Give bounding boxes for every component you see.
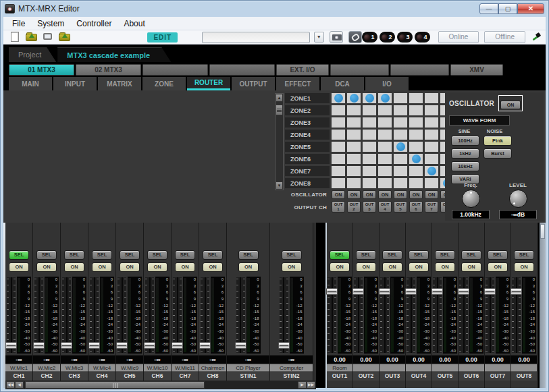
router-cell-7-6[interactable]: [409, 166, 423, 176]
project-tab-mtx3-cascade-example[interactable]: MTX3 cascade example: [57, 47, 171, 62]
output-ch-button-7[interactable]: OUT7: [425, 201, 438, 213]
fader-handle[interactable]: [61, 342, 72, 349]
router-cell-3-4[interactable]: [378, 117, 392, 128]
scroll-right-button[interactable]: ▶: [298, 381, 307, 389]
fader-handle[interactable]: [5, 342, 17, 349]
sine-10khz-button[interactable]: 10kHz: [451, 161, 479, 171]
freq-knob[interactable]: [462, 190, 480, 208]
on-button-ch6[interactable]: ON: [147, 262, 167, 272]
sine-1khz-button[interactable]: 1kHz: [451, 148, 479, 159]
save-file-button[interactable]: [41, 31, 55, 43]
output-ch-button-1[interactable]: OUT1: [332, 201, 345, 213]
device-tab-01-mtx3[interactable]: 01 MTX3: [9, 64, 74, 76]
output-ch-button-6[interactable]: OUT6: [409, 201, 423, 213]
menu-controller[interactable]: Controller: [70, 18, 117, 30]
oscillator-on-button-5[interactable]: ON: [394, 190, 407, 199]
router-cell-8-6[interactable]: [409, 178, 423, 188]
fader-ch4[interactable]: [90, 277, 99, 353]
fader-stin1[interactable]: [236, 277, 245, 353]
router-cell-8-5[interactable]: [394, 178, 407, 188]
sel-button-out5[interactable]: SEL: [435, 250, 455, 260]
output-ch-button-5[interactable]: OUT5: [394, 201, 407, 213]
on-button-stin1[interactable]: ON: [238, 262, 259, 272]
router-scrollbar[interactable]: ▲ ▼: [275, 93, 284, 190]
device-tab-empty-3[interactable]: [142, 64, 208, 76]
on-button-out6[interactable]: ON: [461, 262, 481, 272]
router-cell-1-6[interactable]: [409, 93, 423, 103]
fader-out4[interactable]: [407, 277, 415, 353]
menu-about[interactable]: About: [117, 18, 151, 30]
router-cell-2-3[interactable]: [363, 105, 376, 115]
fader-handle[interactable]: [432, 288, 443, 295]
device-tab-empty-6[interactable]: [330, 64, 389, 76]
close-button[interactable]: ✕: [517, 3, 544, 14]
router-cell-2-1[interactable]: [332, 105, 345, 115]
menu-system[interactable]: System: [31, 18, 70, 30]
fader-vscrollbar[interactable]: [540, 223, 546, 388]
on-button-out3[interactable]: ON: [382, 262, 402, 272]
project-tab-project[interactable]: Project: [9, 47, 56, 62]
fader-handle[interactable]: [235, 342, 246, 349]
router-cell-5-2[interactable]: [347, 142, 361, 152]
level-knob[interactable]: [509, 190, 527, 208]
router-cell-7-1[interactable]: [332, 166, 345, 176]
router-cell-6-4[interactable]: [378, 154, 392, 164]
router-cell-5-1[interactable]: [332, 142, 345, 152]
router-cell-3-2[interactable]: [347, 117, 361, 128]
link-button[interactable]: [348, 31, 362, 43]
sel-button-out4[interactable]: SEL: [409, 250, 429, 260]
on-button-stin2[interactable]: ON: [282, 262, 302, 272]
router-cell-2-7[interactable]: [425, 105, 438, 115]
on-button-ch1[interactable]: ON: [9, 262, 29, 272]
router-cell-2-5[interactable]: [394, 105, 407, 115]
router-cell-7-2[interactable]: [347, 166, 361, 176]
on-button-out1[interactable]: ON: [330, 262, 350, 272]
on-button-ch2[interactable]: ON: [36, 262, 57, 272]
fader-handle[interactable]: [326, 288, 338, 295]
device-tab-empty-7[interactable]: [390, 64, 449, 76]
router-cell-2-4[interactable]: [378, 105, 392, 115]
on-button-ch7[interactable]: ON: [175, 262, 195, 272]
preset-dropdown-button[interactable]: ▼: [314, 32, 324, 43]
sel-button-ch2[interactable]: SEL: [36, 250, 57, 260]
fader-ch1[interactable]: [7, 277, 16, 353]
oscillator-on-button-2[interactable]: ON: [347, 190, 361, 199]
router-cell-4-7[interactable]: [425, 130, 438, 140]
router-cell-7-4[interactable]: [378, 166, 392, 176]
sel-button-ch6[interactable]: SEL: [147, 250, 167, 260]
on-button-out4[interactable]: ON: [409, 262, 429, 272]
output-ch-button-4[interactable]: OUT4: [378, 201, 392, 213]
fader-stin2[interactable]: [280, 277, 288, 353]
fader-out7[interactable]: [486, 277, 494, 353]
fader-vscroll-thumb[interactable]: [540, 224, 545, 239]
device-tab-xmv[interactable]: XMV: [450, 64, 503, 76]
router-cell-1-4[interactable]: [378, 93, 392, 103]
oscillator-on-button-1[interactable]: ON: [332, 190, 345, 199]
sine-100hz-button[interactable]: 100Hz: [451, 136, 479, 146]
router-cell-6-7[interactable]: [425, 154, 438, 164]
router-cell-3-1[interactable]: [332, 117, 345, 128]
oscillator-on-button[interactable]: ON: [500, 101, 521, 109]
router-cell-6-3[interactable]: [363, 154, 376, 164]
sel-button-ch7[interactable]: SEL: [175, 250, 195, 260]
sel-button-ch1[interactable]: SEL: [9, 250, 29, 260]
fader-ch2[interactable]: [34, 277, 43, 353]
router-cell-8-4[interactable]: [378, 178, 392, 188]
router-scroll-up-icon[interactable]: ▲: [276, 94, 283, 102]
device-tab-ext-i-o[interactable]: EXT. I/O: [276, 64, 329, 76]
fader-handle[interactable]: [484, 288, 496, 295]
tab-main[interactable]: MAIN: [9, 77, 52, 90]
fader-handle[interactable]: [379, 288, 390, 295]
router-cell-7-7[interactable]: [425, 166, 438, 176]
fader-ch8[interactable]: [201, 277, 209, 353]
device-tab-empty-4[interactable]: [209, 64, 275, 76]
fader-ch5[interactable]: [117, 277, 126, 353]
scroll-right-end-button[interactable]: ▶▶: [307, 381, 315, 389]
router-cell-8-3[interactable]: [363, 178, 376, 188]
fader-handle[interactable]: [144, 342, 155, 349]
fader-handle[interactable]: [88, 342, 100, 349]
router-cell-6-5[interactable]: [394, 154, 407, 164]
router-cell-4-3[interactable]: [363, 130, 376, 140]
router-cell-5-7[interactable]: [425, 142, 438, 152]
output-ch-button-2[interactable]: OUT2: [347, 201, 361, 213]
